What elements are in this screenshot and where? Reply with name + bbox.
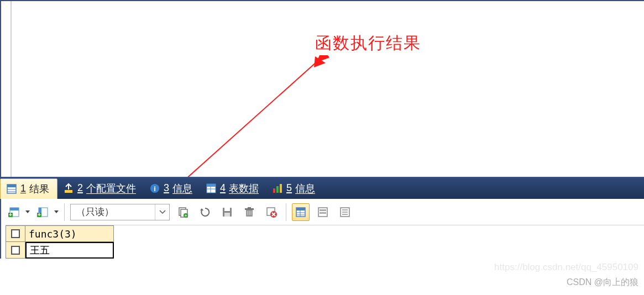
row-checkbox[interactable] bbox=[6, 225, 25, 242]
svg-rect-50 bbox=[320, 212, 326, 214]
table-icon bbox=[206, 183, 217, 194]
svg-rect-14 bbox=[273, 188, 275, 193]
grid-header-row: func3(3) bbox=[6, 225, 644, 242]
refresh-button[interactable] bbox=[196, 203, 214, 221]
result-grid: func3(3) 王五 bbox=[6, 225, 644, 259]
text-view-button[interactable] bbox=[336, 203, 354, 221]
tab-num: 5 bbox=[286, 182, 292, 194]
toolbar-area: + + （只读） + bbox=[0, 199, 644, 259]
chevron-down-icon[interactable] bbox=[25, 210, 30, 213]
svg-rect-44 bbox=[296, 208, 305, 210]
chevron-down-icon bbox=[155, 204, 169, 220]
annotation-label: 函数执行结果 bbox=[315, 32, 421, 55]
svg-rect-4 bbox=[7, 185, 16, 187]
tab-label: 表数据 bbox=[229, 182, 259, 195]
tab-label: 个配置文件 bbox=[86, 182, 136, 195]
tab-label: 信息 bbox=[172, 182, 192, 195]
editor-area bbox=[0, 0, 644, 177]
readonly-label: （只读） bbox=[71, 206, 155, 218]
svg-rect-18 bbox=[10, 208, 19, 210]
delete-button[interactable] bbox=[240, 203, 258, 221]
grid-data-row: 王五 bbox=[6, 242, 644, 259]
tab-info-2[interactable]: 5 信息 bbox=[266, 178, 323, 198]
info-icon: i bbox=[149, 183, 160, 194]
form-view-button[interactable] bbox=[314, 203, 332, 221]
cancel-button[interactable] bbox=[263, 203, 280, 221]
readonly-select[interactable]: （只读） bbox=[70, 204, 170, 220]
svg-rect-31 bbox=[224, 208, 230, 211]
tab-label: 结果 bbox=[29, 182, 49, 196]
tab-profiles[interactable]: 2 个配置文件 bbox=[57, 178, 144, 198]
tab-results[interactable]: 1 结果 bbox=[0, 178, 57, 199]
chart-icon bbox=[272, 183, 283, 194]
tab-bar: 1 结果 2 个配置文件 i 3 信息 4 表数据 5 信息 bbox=[0, 177, 644, 199]
tab-num: 2 bbox=[77, 182, 83, 194]
results-icon bbox=[6, 183, 17, 194]
grid-cell[interactable]: 王五 bbox=[25, 242, 114, 259]
svg-marker-29 bbox=[200, 208, 203, 210]
add-row-button[interactable]: + bbox=[6, 203, 23, 221]
tab-num: 3 bbox=[164, 182, 169, 194]
svg-text:i: i bbox=[154, 185, 156, 193]
tab-tabledata[interactable]: 4 表数据 bbox=[200, 178, 266, 198]
watermark-credit: CSDN @向上的狼 bbox=[567, 277, 638, 288]
chevron-down-icon[interactable] bbox=[54, 210, 59, 213]
svg-rect-11 bbox=[207, 184, 216, 187]
svg-rect-7 bbox=[65, 190, 72, 193]
copy-button[interactable]: + bbox=[174, 203, 192, 221]
profile-icon bbox=[63, 183, 74, 194]
tab-info-1[interactable]: i 3 信息 bbox=[144, 178, 200, 198]
toolbar: + + （只读） + bbox=[6, 199, 644, 225]
svg-text:+: + bbox=[185, 213, 187, 218]
watermark-url: https://blog.csdn.net/qq_45950109 bbox=[494, 262, 638, 273]
svg-rect-15 bbox=[276, 186, 279, 193]
add-column-button[interactable]: + bbox=[34, 203, 52, 221]
tab-label: 信息 bbox=[295, 182, 315, 195]
svg-text:+: + bbox=[9, 212, 12, 218]
svg-text:+: + bbox=[38, 212, 41, 218]
svg-rect-32 bbox=[224, 213, 230, 217]
save-button[interactable] bbox=[218, 203, 236, 221]
tab-num: 1 bbox=[20, 183, 26, 194]
svg-rect-49 bbox=[320, 209, 326, 211]
svg-rect-16 bbox=[280, 184, 282, 193]
svg-rect-35 bbox=[248, 207, 251, 209]
row-checkbox[interactable] bbox=[6, 242, 25, 259]
grid-view-button[interactable] bbox=[292, 203, 310, 221]
tab-num: 4 bbox=[220, 182, 226, 194]
column-header[interactable]: func3(3) bbox=[25, 225, 114, 242]
